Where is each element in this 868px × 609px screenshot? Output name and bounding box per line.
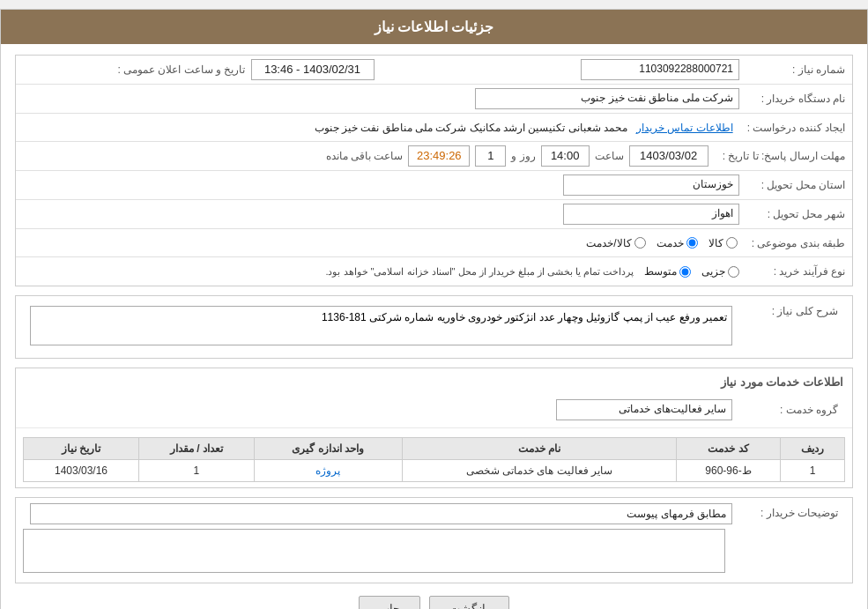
cell-unit: پروژه: [254, 460, 402, 482]
city-box: اهواز: [563, 204, 739, 225]
requester-value: محمد شعبانی تکنیسین ارشد مکانیک شرکت ملی…: [315, 122, 627, 134]
col-date: تاریخ نیاز: [24, 438, 139, 460]
description-textarea[interactable]: [30, 306, 732, 345]
purchase-jozee-label: جزیی: [701, 265, 725, 278]
buyer-notes-textarea[interactable]: [23, 529, 725, 573]
need-number-value: 1103092288000721: [382, 56, 747, 84]
row-category: طبقه بندی موضوعی : کالا خدمت: [16, 229, 852, 257]
announce-datetime-box: 1403/02/31 - 13:46: [251, 59, 375, 80]
purchase-jozee-item: جزیی: [701, 265, 739, 278]
reply-date-box: 1403/03/02: [629, 145, 708, 167]
category-radios: کالا خدمت کالا/خدمت: [16, 234, 745, 253]
category-khadamat-item: خدمت: [657, 237, 698, 249]
reply-time-box: 14:00: [541, 145, 590, 167]
reply-remaining-label: ساعت باقی مانده: [326, 150, 404, 162]
cell-name: سایر فعالیت های خدماتی شخصی: [402, 460, 677, 482]
description-section: شرح کلی نیاز :: [15, 295, 853, 359]
col-name: نام خدمت: [402, 438, 677, 460]
col-unit: واحد اندازه گیری: [254, 438, 402, 460]
purchase-radio-group: جزیی متوسط: [644, 265, 739, 278]
buyer-org-label: نام دستگاه خریدار :: [746, 89, 852, 108]
service-group-box: سایر فعالیت‌های خدماتی: [556, 399, 732, 420]
buyer-org-box: شرکت ملی مناطق نفت خیز جنوب: [475, 88, 739, 109]
table-header: ردیف کد خدمت نام خدمت واحد اندازه گیری ت…: [24, 438, 845, 460]
purchase-motavaset-item: متوسط: [644, 265, 691, 278]
service-group-label: گروه خدمت :: [739, 400, 845, 420]
print-button[interactable]: چاپ: [359, 596, 420, 609]
table-body: 1ط-96-960سایر فعالیت های خدماتی شخصیپروژ…: [24, 460, 845, 482]
purchase-motavaset-label: متوسط: [644, 265, 677, 278]
row-purchase-type: نوع فرآیند خرید : جزیی متوسط پرداخت تمام…: [16, 257, 852, 286]
reply-deadline-fields: 1403/03/02 ساعت 14:00 روز و 1 23:49:26 س…: [16, 142, 716, 170]
services-table-container: ردیف کد خدمت نام خدمت واحد اندازه گیری ت…: [16, 428, 852, 487]
purchase-motavaset-radio[interactable]: [679, 266, 691, 278]
category-kala-khadamat-radio[interactable]: [634, 237, 646, 249]
main-content: شماره نیاز : 1103092288000721 1403/02/31…: [1, 44, 867, 609]
announce-datetime-section: 1403/02/31 - 13:46 تاریخ و ساعت اعلان عم…: [16, 56, 382, 84]
page-header: جزئیات اطلاعات نیاز: [1, 10, 867, 44]
main-form-section: شماره نیاز : 1103092288000721 1403/02/31…: [15, 55, 853, 286]
reply-day-label: روز و: [511, 150, 535, 162]
category-kala-item: کالا: [708, 237, 738, 249]
row-reply-deadline: مهلت ارسال پاسخ: تا تاریخ : 1403/03/02 س…: [16, 142, 852, 171]
row-buyer-org: نام دستگاه خریدار : شرکت ملی مناطق نفت خ…: [16, 85, 852, 114]
category-khadamat-radio[interactable]: [686, 237, 698, 249]
purchase-type-label: نوع فرآیند خرید :: [746, 262, 852, 281]
province-box: خوزستان: [563, 175, 739, 196]
buyer-notes-label: توضیحات خریدار :: [739, 503, 845, 523]
service-group-row: گروه خدمت : سایر فعالیت‌های خدماتی: [16, 392, 852, 428]
col-quantity: تعداد / مقدار: [138, 438, 254, 460]
back-button[interactable]: بازگشت: [429, 596, 509, 609]
row-buyer-notes: توضیحات خریدار : مطابق فرمهای پیوست: [16, 498, 852, 583]
table-row: 1ط-96-960سایر فعالیت های خدماتی شخصیپروژ…: [24, 460, 845, 482]
services-section: اطلاعات خدمات مورد نیاز گروه خدمت : سایر…: [15, 368, 853, 488]
category-kala-khadamat-item: کالا/خدمت: [586, 237, 645, 249]
category-kala-radio[interactable]: [726, 237, 738, 249]
purchase-note: پرداخت تمام یا بخشی از مبلغ خریدار از مح…: [325, 266, 634, 278]
buyer-notes-section: توضیحات خریدار : مطابق فرمهای پیوست: [15, 497, 853, 583]
row-requester: ایجاد کننده درخواست : اطلاعات تماس خریدا…: [16, 114, 852, 142]
page-container: جزئیات اطلاعات نیاز شماره نیاز : 1103092…: [0, 9, 868, 609]
row-description: شرح کلی نیاز :: [16, 296, 852, 358]
purchase-jozee-radio[interactable]: [728, 266, 739, 278]
col-row: ردیف: [780, 438, 844, 460]
description-label: شرح کلی نیاز :: [739, 301, 845, 321]
province-label: استان محل تحویل :: [746, 175, 852, 195]
services-header: اطلاعات خدمات مورد نیاز: [16, 368, 852, 392]
need-number-box: 1103092288000721: [581, 59, 739, 80]
city-value: اهواز: [16, 200, 746, 228]
announce-datetime-label: تاریخ و ساعت اعلان عمومی :: [117, 63, 245, 76]
requester-contact-link[interactable]: اطلاعات تماس خریدار: [636, 122, 733, 134]
page-title: جزئیات اطلاعات نیاز: [375, 19, 494, 34]
province-value: خوزستان: [16, 171, 746, 199]
cell-row: 1: [780, 460, 844, 482]
row-province: استان محل تحویل : خوزستان: [16, 171, 852, 200]
reply-deadline-label: مهلت ارسال پاسخ: تا تاریخ :: [716, 146, 852, 166]
row-need-number: شماره نیاز : 1103092288000721 1403/02/31…: [16, 56, 852, 85]
buyer-org-value: شرکت ملی مناطق نفت خیز جنوب: [16, 85, 746, 113]
requester-label: ایجاد کننده درخواست :: [740, 118, 852, 137]
cell-quantity: 1: [138, 460, 254, 482]
services-table: ردیف کد خدمت نام خدمت واحد اندازه گیری ت…: [23, 437, 845, 482]
requester-section: اطلاعات تماس خریدار محمد شعبانی تکنیسین …: [16, 118, 740, 137]
cell-date: 1403/03/16: [24, 460, 139, 482]
buyer-notes-hint: مطابق فرمهای پیوست: [30, 503, 732, 524]
cell-code: ط-96-960: [677, 460, 781, 482]
category-kala-khadamat-label: کالا/خدمت: [586, 237, 631, 249]
category-khadamat-label: خدمت: [657, 237, 684, 249]
purchase-type-section: جزیی متوسط پرداخت تمام یا بخشی از مبلغ خ…: [16, 262, 746, 281]
button-row: بازگشت چاپ: [15, 596, 853, 609]
category-radio-group: کالا خدمت کالا/خدمت: [23, 237, 738, 249]
city-label: شهر محل تحویل :: [746, 204, 852, 224]
reply-time-label: ساعت: [595, 150, 624, 162]
category-kala-label: کالا: [708, 237, 723, 249]
col-code: کد خدمت: [677, 438, 781, 460]
service-group-value: سایر فعالیت‌های خدماتی: [23, 396, 739, 424]
category-label: طبقه بندی موضوعی :: [745, 234, 852, 253]
reply-days-box: 1: [475, 145, 506, 167]
need-number-label: شماره نیاز :: [746, 60, 852, 79]
reply-remaining-box: 23:49:26: [408, 145, 470, 167]
row-city: شهر محل تحویل : اهواز: [16, 200, 852, 229]
